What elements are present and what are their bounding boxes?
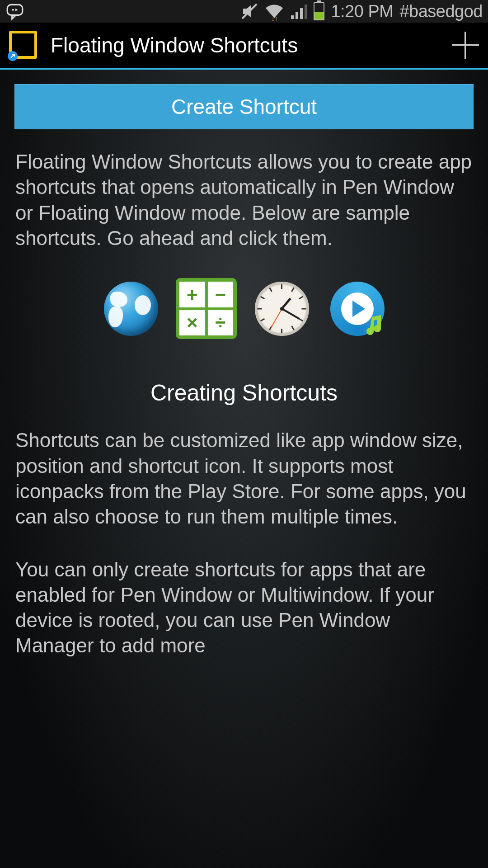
svg-rect-6 (305, 5, 307, 19)
mute-icon (240, 2, 258, 20)
app-title: Floating Window Shortcuts (51, 33, 298, 57)
sample-browser-icon[interactable] (100, 278, 161, 339)
status-time: 1:20 PM (331, 2, 393, 21)
app-icon (9, 31, 38, 60)
notification-icon (5, 2, 24, 21)
svg-point-1 (12, 9, 14, 11)
cell-signal-icon (290, 3, 307, 20)
status-extra-text: #basedgod (399, 2, 483, 21)
sample-shortcuts-row: + − × ÷ (14, 278, 474, 339)
paragraph-1: Shortcuts can be customized like app win… (14, 428, 474, 529)
add-button[interactable] (452, 32, 479, 59)
section-title: Creating Shortcuts (14, 380, 474, 406)
svg-rect-0 (7, 5, 23, 15)
paragraph-2: You can only create shortcuts for apps t… (14, 557, 474, 659)
sample-calculator-icon[interactable]: + − × ÷ (176, 278, 237, 339)
sample-clock-icon[interactable] (251, 278, 312, 339)
battery-icon (314, 2, 324, 20)
svg-rect-5 (300, 8, 303, 19)
svg-rect-3 (291, 15, 294, 19)
sample-music-icon[interactable] (327, 278, 388, 339)
svg-rect-4 (296, 12, 298, 19)
action-bar: Floating Window Shortcuts (0, 23, 488, 70)
wifi-icon: ↓↑ (265, 2, 284, 21)
status-bar: ↓↑ 1:20 PM #basedgod (0, 0, 488, 23)
content: Create Shortcut Floating Window Shortcut… (0, 70, 488, 868)
create-shortcut-button[interactable]: Create Shortcut (14, 84, 474, 129)
intro-text: Floating Window Shortcuts allows you to … (14, 149, 474, 251)
